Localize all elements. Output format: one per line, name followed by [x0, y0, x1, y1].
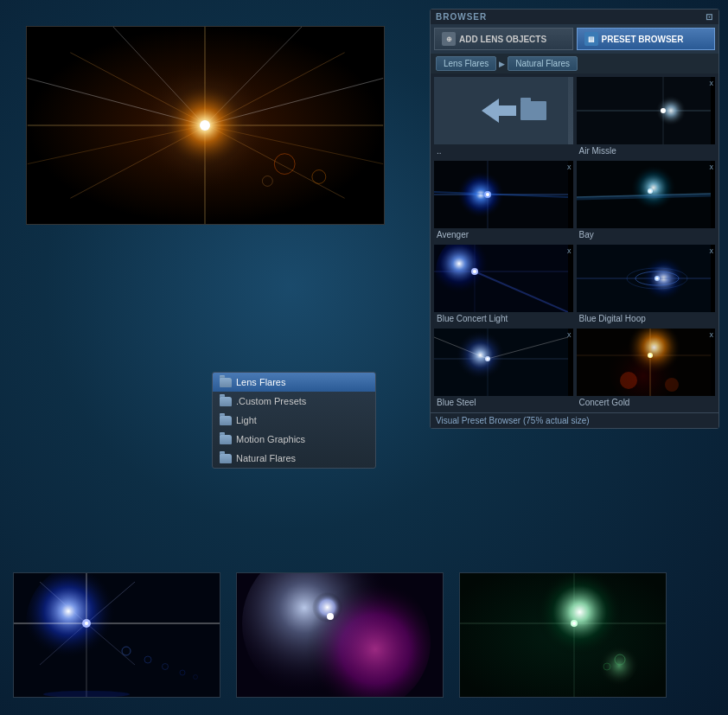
preset-browser-icon: ▤: [584, 32, 598, 46]
browser-toolbar: ⊕ ADD LENS OBJECTS ▤ PRESET BROWSER: [431, 24, 718, 54]
grid-item-blue-digital-hoop[interactable]: x Blue Digital Hoop: [577, 245, 716, 325]
bottom-preview-3[interactable]: [459, 572, 667, 698]
blue-steel-thumb: [434, 329, 573, 396]
grid-item-blue-steel[interactable]: x Blue Steel: [434, 329, 573, 409]
svg-point-70: [648, 354, 651, 357]
bottom-preview-1[interactable]: [13, 572, 220, 698]
breadcrumb: Lens Flares ▶ Natural Flares: [431, 54, 718, 73]
folder-icon-natural-flares: [220, 454, 232, 463]
concert-gold-close[interactable]: x: [710, 330, 714, 339]
svg-point-53: [655, 278, 658, 280]
svg-point-67: [620, 372, 637, 389]
browser-title-bar: BROWSER ⊡: [431, 10, 718, 24]
svg-point-102: [572, 622, 576, 625]
breadcrumb-natural-flares[interactable]: Natural Flares: [508, 56, 578, 71]
svg-point-88: [43, 691, 130, 698]
blue-digital-hoop-label: Blue Digital Hoop: [577, 312, 716, 325]
preset-grid: ..: [431, 73, 718, 412]
concert-gold-label: Concert Gold: [577, 396, 716, 409]
svg-point-87: [85, 622, 88, 625]
browser-status-text: Visual Preset Browser (75% actual size): [436, 416, 590, 425]
blue-steel-label: Blue Steel: [434, 396, 573, 409]
svg-point-61: [487, 358, 489, 361]
bay-thumb: [577, 161, 716, 228]
folder-icon-motion-graphics: [220, 435, 232, 444]
nav-item-custom-presets-label: .Custom Presets: [236, 396, 306, 406]
air-missle-label: Air Missle: [577, 144, 716, 157]
nav-item-light-label: Light: [236, 415, 257, 425]
avenger-close[interactable]: x: [567, 163, 572, 171]
grid-item-avenger[interactable]: x Avenger: [434, 161, 573, 241]
grid-item-blue-concert-light[interactable]: x Blue Concert Light: [434, 245, 573, 325]
preset-browser-label: PRESET BROWSER: [602, 35, 684, 44]
air-missle-thumb: [577, 77, 716, 144]
add-lens-icon: ⊕: [442, 32, 456, 46]
folder-icon-custom-presets: [220, 397, 232, 406]
bottom-preview-2[interactable]: [236, 572, 444, 698]
grid-item-air-missle[interactable]: x Air Missle: [577, 77, 716, 157]
breadcrumb-lens-flares[interactable]: Lens Flares: [436, 56, 496, 71]
svg-point-26: [661, 108, 666, 113]
avenger-thumb: [434, 161, 573, 228]
blue-concert-light-thumb: [434, 245, 573, 312]
svg-point-97: [571, 621, 640, 690]
svg-point-39: [648, 190, 651, 193]
browser-title-label: BROWSER: [436, 12, 487, 22]
svg-rect-21: [520, 98, 531, 102]
nav-item-custom-presets[interactable]: .Custom Presets: [213, 392, 375, 411]
preset-browser-button[interactable]: ▤ PRESET BROWSER: [577, 28, 716, 50]
avenger-label: Avenger: [434, 228, 573, 241]
back-thumb: [434, 77, 573, 144]
browser-status: Visual Preset Browser (75% actual size): [431, 412, 718, 428]
nav-item-motion-graphics[interactable]: Motion Graphics: [213, 430, 375, 449]
grid-item-concert-gold[interactable]: x Concert Gold: [577, 329, 716, 409]
nav-item-motion-graphics-label: Motion Graphics: [236, 434, 305, 444]
svg-point-94: [329, 615, 332, 618]
back-label: ..: [434, 144, 573, 157]
blue-digital-hoop-close[interactable]: x: [710, 246, 714, 255]
concert-gold-thumb: [577, 329, 716, 396]
blue-digital-hoop-thumb: [577, 245, 716, 312]
nav-item-lens-flares-label: Lens Flares: [236, 377, 285, 387]
nav-panel: Lens Flares .Custom Presets Light Motion…: [212, 372, 376, 469]
blue-concert-light-label: Blue Concert Light: [434, 312, 573, 325]
add-lens-objects-button[interactable]: ⊕ ADD LENS OBJECTS: [434, 28, 573, 50]
folder-icon-lens-flares: [220, 378, 232, 387]
folder-icon-light: [220, 416, 232, 425]
main-preview: [26, 26, 385, 225]
bottom-previews: [13, 572, 667, 698]
grid-item-back[interactable]: ..: [434, 77, 573, 157]
bay-label: Bay: [577, 228, 716, 241]
blue-concert-light-close[interactable]: x: [567, 246, 572, 255]
blue-steel-close[interactable]: x: [567, 330, 572, 339]
nav-item-natural-flares-label: Natural Flares: [236, 453, 296, 463]
nav-item-light[interactable]: Light: [213, 411, 375, 430]
breadcrumb-separator: ▶: [499, 60, 505, 68]
bay-close[interactable]: x: [710, 163, 714, 171]
grid-item-bay[interactable]: x Bay: [577, 161, 716, 241]
air-missle-close[interactable]: x: [710, 79, 714, 87]
svg-point-68: [665, 378, 679, 392]
nav-item-natural-flares[interactable]: Natural Flares: [213, 449, 375, 468]
svg-point-46: [473, 270, 476, 273]
nav-item-lens-flares[interactable]: Lens Flares: [213, 373, 375, 392]
svg-point-33: [486, 193, 489, 196]
browser-minimize-icon[interactable]: ⊡: [706, 12, 713, 22]
add-lens-label: ADD LENS OBJECTS: [459, 35, 546, 44]
browser-panel: BROWSER ⊡ ⊕ ADD LENS OBJECTS ▤ PRESET BR…: [430, 9, 719, 429]
svg-rect-20: [520, 101, 546, 120]
grid-wrapper: ..: [431, 73, 718, 412]
svg-point-17: [202, 123, 208, 128]
